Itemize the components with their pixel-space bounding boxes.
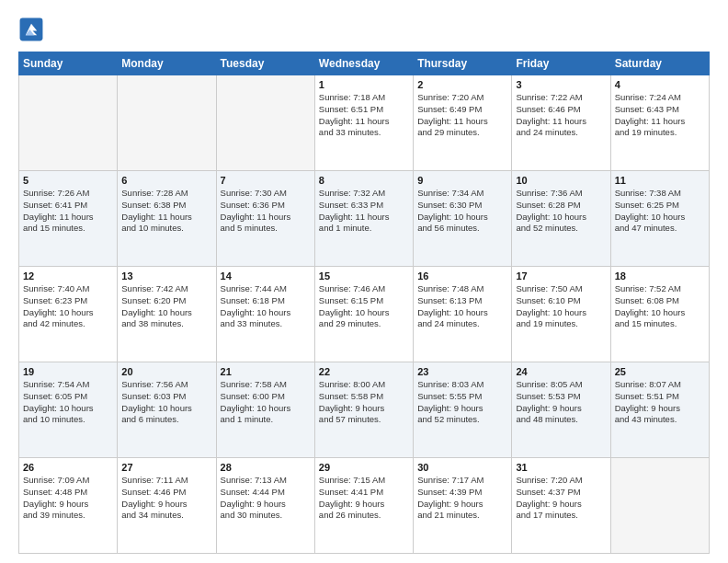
day-number: 5 bbox=[23, 175, 113, 186]
calendar-cell: 28Sunrise: 7:13 AM Sunset: 4:44 PM Dayli… bbox=[216, 458, 314, 554]
day-info: Sunrise: 7:11 AM Sunset: 4:46 PM Dayligh… bbox=[121, 475, 211, 522]
calendar-cell: 19Sunrise: 7:54 AM Sunset: 6:05 PM Dayli… bbox=[19, 362, 118, 458]
calendar-cell bbox=[216, 75, 314, 171]
day-number: 29 bbox=[319, 462, 409, 473]
day-number: 8 bbox=[319, 175, 409, 186]
day-info: Sunrise: 7:46 AM Sunset: 6:15 PM Dayligh… bbox=[319, 283, 409, 330]
page: SundayMondayTuesdayWednesdayThursdayFrid… bbox=[0, 0, 728, 563]
day-number: 19 bbox=[23, 366, 113, 377]
calendar-cell: 29Sunrise: 7:15 AM Sunset: 4:41 PM Dayli… bbox=[314, 458, 413, 554]
calendar-cell: 17Sunrise: 7:50 AM Sunset: 6:10 PM Dayli… bbox=[512, 267, 610, 362]
weekday-header-monday: Monday bbox=[118, 52, 216, 75]
day-info: Sunrise: 7:52 AM Sunset: 6:08 PM Dayligh… bbox=[615, 283, 705, 330]
day-info: Sunrise: 7:50 AM Sunset: 6:10 PM Dayligh… bbox=[516, 283, 606, 330]
day-info: Sunrise: 7:54 AM Sunset: 6:05 PM Dayligh… bbox=[23, 379, 113, 426]
calendar-cell: 16Sunrise: 7:48 AM Sunset: 6:13 PM Dayli… bbox=[414, 267, 512, 362]
weekday-header-tuesday: Tuesday bbox=[216, 52, 314, 75]
calendar-cell: 8Sunrise: 7:32 AM Sunset: 6:33 PM Daylig… bbox=[314, 171, 413, 267]
day-number: 16 bbox=[417, 270, 507, 282]
calendar-cell: 22Sunrise: 8:00 AM Sunset: 5:58 PM Dayli… bbox=[314, 362, 413, 458]
header bbox=[18, 17, 710, 42]
day-info: Sunrise: 7:36 AM Sunset: 6:28 PM Dayligh… bbox=[516, 188, 606, 235]
calendar-cell: 7Sunrise: 7:30 AM Sunset: 6:36 PM Daylig… bbox=[216, 171, 314, 267]
day-number: 13 bbox=[121, 270, 211, 282]
weekday-header-friday: Friday bbox=[512, 52, 610, 75]
weekday-header-sunday: Sunday bbox=[19, 52, 118, 75]
day-info: Sunrise: 8:07 AM Sunset: 5:51 PM Dayligh… bbox=[615, 379, 705, 426]
calendar-cell: 10Sunrise: 7:36 AM Sunset: 6:28 PM Dayli… bbox=[512, 171, 610, 267]
day-number: 14 bbox=[221, 270, 311, 282]
calendar-cell: 13Sunrise: 7:42 AM Sunset: 6:20 PM Dayli… bbox=[118, 267, 216, 362]
day-info: Sunrise: 7:26 AM Sunset: 6:41 PM Dayligh… bbox=[23, 188, 113, 235]
day-info: Sunrise: 7:38 AM Sunset: 6:25 PM Dayligh… bbox=[615, 188, 705, 235]
calendar-week-row: 19Sunrise: 7:54 AM Sunset: 6:05 PM Dayli… bbox=[19, 362, 710, 458]
day-number: 23 bbox=[417, 366, 507, 377]
day-number: 9 bbox=[417, 175, 507, 186]
calendar-cell: 2Sunrise: 7:20 AM Sunset: 6:49 PM Daylig… bbox=[414, 75, 512, 171]
calendar-week-row: 1Sunrise: 7:18 AM Sunset: 6:51 PM Daylig… bbox=[19, 75, 710, 171]
calendar-cell: 21Sunrise: 7:58 AM Sunset: 6:00 PM Dayli… bbox=[216, 362, 314, 458]
day-number: 22 bbox=[319, 366, 409, 377]
day-info: Sunrise: 7:28 AM Sunset: 6:38 PM Dayligh… bbox=[121, 188, 211, 235]
day-number: 6 bbox=[121, 175, 211, 186]
calendar-cell: 30Sunrise: 7:17 AM Sunset: 4:39 PM Dayli… bbox=[414, 458, 512, 554]
calendar-cell: 6Sunrise: 7:28 AM Sunset: 6:38 PM Daylig… bbox=[118, 171, 216, 267]
day-number: 31 bbox=[516, 462, 606, 473]
weekday-header-saturday: Saturday bbox=[610, 52, 709, 75]
day-info: Sunrise: 7:56 AM Sunset: 6:03 PM Dayligh… bbox=[121, 379, 211, 426]
calendar-cell: 18Sunrise: 7:52 AM Sunset: 6:08 PM Dayli… bbox=[610, 267, 709, 362]
day-number: 24 bbox=[516, 366, 606, 377]
day-number: 3 bbox=[516, 79, 606, 90]
day-number: 18 bbox=[615, 270, 705, 282]
calendar-week-row: 26Sunrise: 7:09 AM Sunset: 4:48 PM Dayli… bbox=[19, 458, 710, 554]
day-number: 28 bbox=[221, 462, 311, 473]
day-info: Sunrise: 7:32 AM Sunset: 6:33 PM Dayligh… bbox=[319, 188, 409, 235]
weekday-header-row: SundayMondayTuesdayWednesdayThursdayFrid… bbox=[19, 52, 710, 75]
day-info: Sunrise: 7:18 AM Sunset: 6:51 PM Dayligh… bbox=[319, 92, 409, 139]
calendar-cell: 20Sunrise: 7:56 AM Sunset: 6:03 PM Dayli… bbox=[118, 362, 216, 458]
day-number: 11 bbox=[615, 175, 705, 186]
day-number: 25 bbox=[615, 366, 705, 377]
day-number: 12 bbox=[23, 270, 113, 282]
day-info: Sunrise: 7:42 AM Sunset: 6:20 PM Dayligh… bbox=[121, 283, 211, 330]
day-info: Sunrise: 7:20 AM Sunset: 4:37 PM Dayligh… bbox=[516, 475, 606, 522]
calendar-cell bbox=[610, 458, 709, 554]
calendar-cell: 9Sunrise: 7:34 AM Sunset: 6:30 PM Daylig… bbox=[414, 171, 512, 267]
day-number: 1 bbox=[319, 79, 409, 90]
calendar-cell bbox=[19, 75, 118, 171]
calendar-cell: 24Sunrise: 8:05 AM Sunset: 5:53 PM Dayli… bbox=[512, 362, 610, 458]
day-number: 7 bbox=[221, 175, 311, 186]
calendar-cell: 1Sunrise: 7:18 AM Sunset: 6:51 PM Daylig… bbox=[314, 75, 413, 171]
day-info: Sunrise: 8:03 AM Sunset: 5:55 PM Dayligh… bbox=[417, 379, 507, 426]
calendar-table: SundayMondayTuesdayWednesdayThursdayFrid… bbox=[18, 52, 710, 554]
day-number: 27 bbox=[121, 462, 211, 473]
day-info: Sunrise: 8:05 AM Sunset: 5:53 PM Dayligh… bbox=[516, 379, 606, 426]
calendar-cell: 27Sunrise: 7:11 AM Sunset: 4:46 PM Dayli… bbox=[118, 458, 216, 554]
calendar-cell: 14Sunrise: 7:44 AM Sunset: 6:18 PM Dayli… bbox=[216, 267, 314, 362]
day-info: Sunrise: 7:15 AM Sunset: 4:41 PM Dayligh… bbox=[319, 475, 409, 522]
calendar-cell: 4Sunrise: 7:24 AM Sunset: 6:43 PM Daylig… bbox=[610, 75, 709, 171]
logo-icon bbox=[18, 17, 44, 42]
calendar-cell: 12Sunrise: 7:40 AM Sunset: 6:23 PM Dayli… bbox=[19, 267, 118, 362]
day-info: Sunrise: 7:24 AM Sunset: 6:43 PM Dayligh… bbox=[615, 92, 705, 139]
day-info: Sunrise: 7:40 AM Sunset: 6:23 PM Dayligh… bbox=[23, 283, 113, 330]
calendar-cell: 26Sunrise: 7:09 AM Sunset: 4:48 PM Dayli… bbox=[19, 458, 118, 554]
day-info: Sunrise: 7:17 AM Sunset: 4:39 PM Dayligh… bbox=[417, 475, 507, 522]
day-info: Sunrise: 7:20 AM Sunset: 6:49 PM Dayligh… bbox=[417, 92, 507, 139]
calendar-week-row: 12Sunrise: 7:40 AM Sunset: 6:23 PM Dayli… bbox=[19, 267, 710, 362]
calendar-cell: 5Sunrise: 7:26 AM Sunset: 6:41 PM Daylig… bbox=[19, 171, 118, 267]
calendar-cell: 15Sunrise: 7:46 AM Sunset: 6:15 PM Dayli… bbox=[314, 267, 413, 362]
logo bbox=[18, 17, 48, 42]
day-info: Sunrise: 7:58 AM Sunset: 6:00 PM Dayligh… bbox=[221, 379, 311, 426]
calendar-cell: 25Sunrise: 8:07 AM Sunset: 5:51 PM Dayli… bbox=[610, 362, 709, 458]
day-number: 2 bbox=[417, 79, 507, 90]
day-number: 26 bbox=[23, 462, 113, 473]
day-number: 15 bbox=[319, 270, 409, 282]
day-info: Sunrise: 7:44 AM Sunset: 6:18 PM Dayligh… bbox=[221, 283, 311, 330]
day-info: Sunrise: 7:34 AM Sunset: 6:30 PM Dayligh… bbox=[417, 188, 507, 235]
calendar-cell: 3Sunrise: 7:22 AM Sunset: 6:46 PM Daylig… bbox=[512, 75, 610, 171]
day-number: 17 bbox=[516, 270, 606, 282]
day-number: 30 bbox=[417, 462, 507, 473]
day-info: Sunrise: 7:48 AM Sunset: 6:13 PM Dayligh… bbox=[417, 283, 507, 330]
calendar-cell: 11Sunrise: 7:38 AM Sunset: 6:25 PM Dayli… bbox=[610, 171, 709, 267]
